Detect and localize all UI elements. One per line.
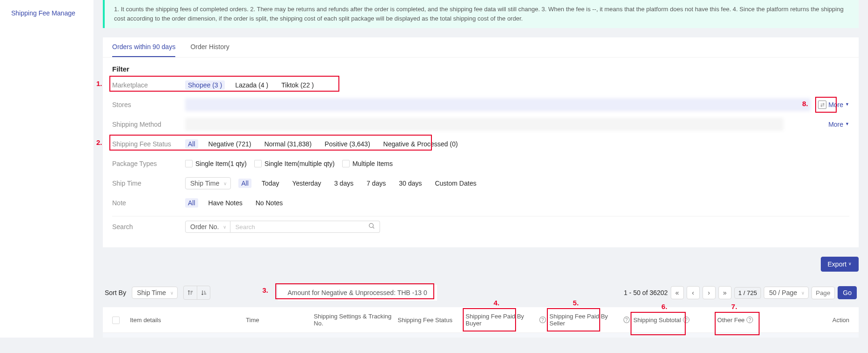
help-icon[interactable]: ? (746, 317, 753, 323)
marketplace-tiktok[interactable]: Tiktok (22 ) (279, 80, 317, 90)
col-fee-status: Shipping Fee Status (398, 317, 462, 324)
search-input[interactable] (230, 221, 380, 233)
marketplace-lazada[interactable]: Lazada (4 ) (232, 80, 271, 90)
note-none[interactable]: No Notes (253, 198, 286, 208)
page-size-select[interactable]: 50 / Page∨ (764, 287, 809, 299)
shiptime-today[interactable]: Today (259, 179, 282, 188)
status-normal[interactable]: Normal (31,838) (261, 139, 314, 149)
chevron-down-icon: ▼ (845, 102, 849, 107)
shiptime-3days[interactable]: 3 days (331, 179, 356, 188)
status-negative-processed[interactable]: Negative & Processed (0) (380, 139, 461, 149)
go-button[interactable]: Go (838, 286, 857, 299)
col-item-details: Item details (130, 317, 242, 324)
note-have[interactable]: Have Notes (206, 198, 245, 208)
label-stores: Stores (112, 101, 178, 108)
page-range: 1 - 50 of 36202 (624, 289, 667, 296)
label-package-types: Package Types (112, 160, 178, 167)
shiptime-7days[interactable]: 7 days (364, 179, 388, 188)
note-all[interactable]: All (185, 198, 198, 208)
toolbar: Sort By Ship Time∨ Amount for Negative &… (103, 285, 859, 301)
col-paid-by-buyer: Shipping Fee Paid By Buyer? 4. (466, 313, 546, 327)
sidebar: Shipping Fee Manage (0, 0, 93, 338)
svg-point-0 (369, 223, 373, 228)
ship-time-select[interactable]: Ship Time∨ (185, 177, 231, 189)
label-search: Search (112, 223, 178, 231)
col-subtotal: Shipping Subtotal? 6. (633, 317, 714, 324)
help-icon[interactable]: ? (539, 317, 545, 323)
col-paid-by-seller: Shipping Fee Paid By Seller? 5. (550, 313, 630, 327)
pkg-single-1[interactable]: Single Item(1 qty) (185, 160, 247, 167)
pkg-single-multi[interactable]: Single Item(multiple qty) (254, 160, 335, 167)
export-button[interactable]: Export∨ (821, 257, 859, 272)
sidebar-link-shipping-fee[interactable]: Shipping Fee Manage (0, 6, 93, 21)
stores-values[interactable] (185, 98, 811, 111)
shiptime-custom[interactable]: Custom Dates (432, 179, 479, 188)
filter-panel: Filter Marketplace Shopee (3 ) Lazada (4… (103, 58, 859, 247)
shipping-method-more[interactable]: More ▼ (828, 121, 849, 128)
chevron-down-icon: ▼ (845, 122, 849, 126)
filter-icon: ⇄ (818, 101, 826, 109)
col-shipping-settings: Shipping Settings & Tracking No. (314, 313, 394, 327)
status-positive[interactable]: Positive (3,643) (322, 139, 373, 149)
table-row (103, 333, 859, 338)
help-icon[interactable]: ? (683, 317, 689, 323)
page-prev[interactable]: ‹ (687, 286, 700, 299)
label-shipping-method: Shipping Method (112, 121, 178, 128)
shipping-method-values[interactable] (185, 118, 783, 131)
col-other-fee: Other Fee? 7. (717, 317, 782, 324)
sort-desc-icon[interactable] (197, 286, 210, 299)
tab-orders-90-days[interactable]: Orders within 90 days (112, 37, 175, 57)
label-marketplace: Marketplace (112, 81, 178, 89)
help-icon[interactable]: ? (624, 317, 630, 323)
page-last[interactable]: » (718, 286, 732, 299)
page-jump-input[interactable] (811, 287, 835, 299)
pkg-multiple[interactable]: Multiple Items (342, 160, 393, 167)
tab-order-history[interactable]: Order History (190, 37, 229, 57)
page-next[interactable]: › (703, 286, 716, 299)
filter-heading: Filter (112, 65, 849, 73)
sort-asc-icon[interactable] (184, 286, 197, 299)
search-icon[interactable] (368, 223, 375, 231)
search-type-select[interactable]: Order No.∨ (185, 221, 230, 233)
sort-by-label: Sort By (105, 289, 126, 296)
amount-negative-unprocessed: Amount for Negative & Unprocessed: THB -… (278, 285, 437, 301)
label-status: Shipping Fee Status (112, 140, 178, 148)
page-first[interactable]: « (671, 286, 684, 299)
sort-select[interactable]: Ship Time∨ (132, 287, 178, 299)
shiptime-all[interactable]: All (238, 179, 251, 188)
shiptime-30days[interactable]: 30 days (396, 179, 424, 188)
status-all[interactable]: All (185, 139, 198, 149)
shiptime-yesterday[interactable]: Yesterday (289, 179, 324, 188)
marketplace-shopee[interactable]: Shopee (3 ) (185, 80, 225, 90)
stores-more[interactable]: ⇄ More ▼ 8. (818, 101, 849, 109)
info-notice: 1. It counts the shipping fees of comple… (103, 0, 859, 28)
status-negative[interactable]: Negative (721) (206, 139, 254, 149)
page-indicator: 1 / 725 (734, 287, 761, 299)
svg-line-1 (373, 227, 374, 229)
tabs: Orders within 90 days Order History (103, 37, 859, 58)
col-action: Action (785, 317, 849, 324)
label-ship-time: Ship Time (112, 180, 178, 187)
results-table: Item details Time Shipping Settings & Tr… (103, 307, 859, 338)
label-note: Note (112, 199, 178, 207)
select-all-checkbox[interactable] (112, 317, 120, 324)
col-time: Time (246, 317, 310, 324)
